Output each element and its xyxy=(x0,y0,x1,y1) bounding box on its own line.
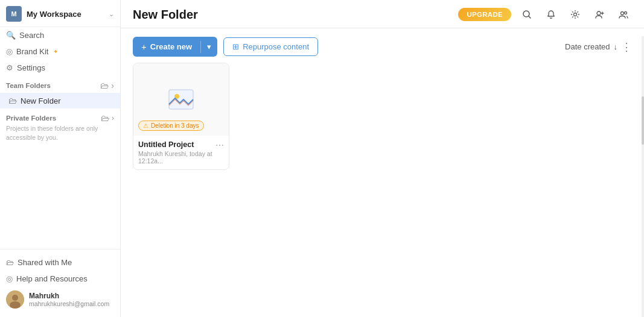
settings-button[interactable] xyxy=(567,6,584,23)
toolbar-left: + Create new ▾ ⊞ Repurpose content xyxy=(133,37,318,57)
new-folder-icon[interactable]: 🗁 xyxy=(100,81,109,90)
create-new-label: Create new xyxy=(150,42,192,51)
deletion-badge: ⚠ Deletion in 3 days xyxy=(138,121,204,131)
folder-item-new-folder[interactable]: 🗁 New Folder xyxy=(0,93,120,108)
scroll-indicator xyxy=(642,36,644,317)
top-bar-left: New Folder xyxy=(133,8,198,22)
brand-kit-icon: ◎ xyxy=(6,47,13,56)
team-folders-actions: 🗁 › xyxy=(100,81,114,90)
settings-label: Settings xyxy=(17,63,45,72)
repurpose-icon: ⊞ xyxy=(232,42,239,51)
folder-name: New Folder xyxy=(21,96,60,105)
search-label: Search xyxy=(19,31,44,40)
project-meta: Mahrukh Kureshi, today at 12:12a... xyxy=(138,150,215,165)
sort-label: Date created xyxy=(565,42,610,51)
gear-icon xyxy=(570,10,580,19)
svg-point-10 xyxy=(625,12,627,14)
project-thumbnail-icon xyxy=(167,85,196,114)
help-icon: ◎ xyxy=(6,274,13,283)
create-new-main[interactable]: + Create new xyxy=(133,37,200,57)
project-info: Untitled Project Mahrukh Kureshi, today … xyxy=(133,136,229,169)
search-button[interactable] xyxy=(518,6,535,23)
avatar xyxy=(6,290,24,309)
sidebar-item-settings[interactable]: ⚙ Settings xyxy=(0,60,120,76)
settings-icon: ⚙ xyxy=(6,63,13,72)
sidebar-item-brand-kit[interactable]: ◎ Brand Kit ✦ xyxy=(0,43,120,60)
svg-point-9 xyxy=(621,12,624,15)
svg-line-4 xyxy=(529,16,531,18)
project-details: Untitled Project Mahrukh Kureshi, today … xyxy=(138,140,215,165)
dropdown-chevron-icon: ▾ xyxy=(207,42,211,51)
user-name: Mahrukh xyxy=(29,292,109,300)
content-area: ⚠ Deletion in 3 days Untitled Project Ma… xyxy=(121,63,644,317)
folder-icon: 🗁 xyxy=(8,96,17,105)
search-icon: 🔍 xyxy=(6,31,16,40)
sidebar-search[interactable]: 🔍 Search xyxy=(0,27,120,43)
search-icon xyxy=(522,10,532,19)
svg-rect-11 xyxy=(169,90,193,109)
projects-grid: ⚠ Deletion in 3 days Untitled Project Ma… xyxy=(133,63,632,170)
add-user-button[interactable] xyxy=(591,6,608,23)
sidebar: M My Workspace ⌄ 🔍 Search ◎ Brand Kit ✦ … xyxy=(0,0,121,317)
private-new-folder-icon[interactable]: 🗁 xyxy=(101,113,109,123)
workspace-header-left: M My Workspace xyxy=(6,6,81,22)
create-new-dropdown[interactable]: ▾ xyxy=(201,37,217,56)
svg-point-5 xyxy=(574,13,577,16)
team-folders-section: Team Folders 🗁 › xyxy=(0,76,120,93)
private-folders-section: Private Folders 🗁 › Projects in these fo… xyxy=(0,108,120,144)
project-name: Untitled Project xyxy=(138,140,215,149)
workspace-name: My Workspace xyxy=(27,10,81,19)
workspace-header[interactable]: M My Workspace ⌄ xyxy=(0,0,120,27)
user-email: mahrukhkureshi@gmail.com xyxy=(29,300,109,307)
sidebar-item-help[interactable]: ◎ Help and Resources xyxy=(0,271,120,287)
chevron-down-icon[interactable]: ⌄ xyxy=(109,10,114,18)
help-label: Help and Resources xyxy=(16,274,88,283)
more-options-icon[interactable]: ⋮ xyxy=(621,40,632,54)
svg-point-2 xyxy=(10,301,21,309)
bell-button[interactable] xyxy=(543,6,560,23)
workspace-avatar: M xyxy=(6,6,22,22)
private-more-icon[interactable]: › xyxy=(112,113,114,123)
users-button[interactable] xyxy=(615,6,632,23)
scroll-thumb xyxy=(642,96,644,145)
warning-icon: ⚠ xyxy=(143,122,148,129)
team-folders-title: Team Folders xyxy=(6,82,51,89)
top-bar-right: UPGRADE xyxy=(458,6,632,23)
deletion-text: Deletion in 3 days xyxy=(151,122,199,129)
sidebar-bottom: 🗁 Shared with Me ◎ Help and Resources Ma… xyxy=(0,249,120,312)
sidebar-item-shared-with-me[interactable]: 🗁 Shared with Me xyxy=(0,254,120,271)
plus-icon: + xyxy=(141,42,147,52)
top-bar: New Folder UPGRADE xyxy=(121,0,644,28)
toolbar-right: Date created ↓ ⋮ xyxy=(565,40,632,54)
main-content: New Folder UPGRADE xyxy=(121,0,644,317)
private-folders-title: Private Folders xyxy=(6,115,56,122)
project-thumbnail: ⚠ Deletion in 3 days xyxy=(133,63,229,136)
users-icon xyxy=(619,10,628,19)
brand-kit-badge: ✦ xyxy=(53,48,58,55)
toolbar: + Create new ▾ ⊞ Repurpose content Date … xyxy=(121,28,644,63)
private-folder-actions: 🗁 › xyxy=(101,113,114,123)
repurpose-label: Repurpose content xyxy=(243,42,309,51)
user-add-icon xyxy=(595,10,604,19)
repurpose-button[interactable]: ⊞ Repurpose content xyxy=(223,37,318,56)
private-folders-note: Projects in these folders are only acces… xyxy=(6,124,114,142)
private-folders-header: Private Folders 🗁 › xyxy=(6,113,114,123)
user-info: Mahrukh mahrukhkureshi@gmail.com xyxy=(29,292,109,307)
create-new-button[interactable]: + Create new ▾ xyxy=(133,37,217,57)
shared-label: Shared with Me xyxy=(18,258,72,267)
avatar-image xyxy=(6,290,24,309)
svg-point-1 xyxy=(12,295,18,301)
shared-icon: 🗁 xyxy=(6,258,14,267)
upgrade-button[interactable]: UPGRADE xyxy=(458,8,511,21)
bell-icon xyxy=(546,10,556,19)
page-title: New Folder xyxy=(133,8,198,22)
svg-point-6 xyxy=(597,11,601,15)
user-profile[interactable]: Mahrukh mahrukhkureshi@gmail.com xyxy=(0,287,120,312)
brand-kit-label: Brand Kit xyxy=(16,47,48,56)
project-card[interactable]: ⚠ Deletion in 3 days Untitled Project Ma… xyxy=(133,63,229,170)
team-folders-more-icon[interactable]: › xyxy=(111,81,114,90)
sort-desc-icon[interactable]: ↓ xyxy=(614,42,618,51)
project-more-button[interactable]: ⋯ xyxy=(215,140,224,150)
